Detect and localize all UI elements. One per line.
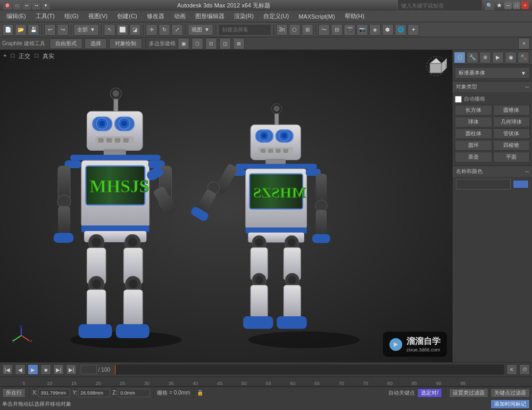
menu-render[interactable]: 渲染(R) [230, 11, 258, 21]
tb-icon3[interactable]: ↪ [32, 1, 40, 10]
tb-align[interactable]: ⊞ [302, 24, 313, 36]
obj-pyramid[interactable]: 四棱锥 [493, 140, 530, 151]
tb-render[interactable]: 🎬 [344, 24, 355, 36]
tb-open[interactable]: 📂 [15, 24, 27, 36]
menu-help[interactable]: 帮助(H) [340, 11, 369, 21]
rp-motion-icon[interactable]: ▶ [492, 52, 504, 63]
set-filter-btn[interactable]: 设置类过滤器 [449, 388, 488, 398]
btn-goto-start[interactable]: |◀ [2, 364, 13, 375]
menu-maxscript[interactable]: MAXScript(M) [294, 12, 339, 21]
tb-effects[interactable]: ✦ [408, 24, 419, 36]
tb-select[interactable]: ↖ [104, 24, 115, 36]
rp-create-icon[interactable]: ⬡ [454, 52, 466, 63]
rp-utilities-icon[interactable]: 🔨 [518, 52, 529, 63]
obj-cone[interactable]: 圆锥体 [493, 105, 530, 116]
tb-poly1[interactable]: ▣ [178, 38, 189, 50]
rp-modify-icon[interactable]: 🔧 [467, 52, 478, 63]
menu-edit[interactable]: 编辑(E) [2, 11, 30, 21]
obj-sphere[interactable]: 球体 [455, 117, 492, 127]
color-swatch[interactable] [513, 180, 529, 188]
search-btn[interactable]: 🔍 [485, 1, 494, 10]
tb-poly2[interactable]: ⬡ [192, 38, 203, 50]
menu-create[interactable]: 创建(C) [113, 11, 141, 21]
tab-freeform[interactable]: 选择 [85, 38, 107, 49]
obj-geosphere[interactable]: 几何球体 [493, 117, 530, 127]
view-dropdown[interactable]: 视图 ▼ [188, 24, 213, 36]
tb-icon4[interactable]: ▼ [41, 1, 50, 10]
tb-new[interactable]: 📄 [2, 24, 14, 36]
tab-select[interactable]: 对象绘制 [109, 38, 142, 49]
tb-select-region[interactable]: ⬜ [117, 24, 128, 36]
add-time-tag-btn[interactable]: 添加时间标记 [491, 399, 530, 409]
tb-material[interactable]: ◈ [369, 24, 381, 36]
tb-curve[interactable]: 〜 [318, 24, 330, 36]
select-btn[interactable]: 选定对/ [417, 388, 442, 398]
menu-animation[interactable]: 动画 [170, 11, 190, 21]
mode-btn[interactable]: 所在行 [2, 388, 26, 398]
tb-icon2[interactable]: ↩ [22, 1, 31, 10]
tb-icon1[interactable]: □ [13, 1, 21, 10]
tb-layer[interactable]: ⊟ [331, 24, 343, 36]
btn-next-frame[interactable]: ▶| [53, 364, 64, 375]
btn-key-mode[interactable]: K [506, 364, 517, 375]
object-type-dropdown[interactable]: 标准基本体 ▼ [455, 67, 530, 79]
obj-torus[interactable]: 圆环 [455, 140, 492, 151]
search-input[interactable] [397, 0, 483, 11]
tab-graphite[interactable]: 自由形式 [49, 38, 82, 49]
tb-scale[interactable]: ⤢ [171, 24, 183, 36]
tb-3d[interactable]: 3n [276, 24, 288, 36]
tb-render2[interactable]: 📷 [356, 24, 368, 36]
btn-stop[interactable]: ■ [40, 364, 51, 375]
tb-undo[interactable]: ↩ [44, 24, 56, 36]
tb-redo[interactable]: ↪ [57, 24, 69, 36]
obj-cylinder[interactable]: 圆柱体 [455, 128, 492, 139]
autogrid-checkbox[interactable] [455, 96, 462, 103]
btn-prev-frame[interactable]: ◀ [15, 364, 26, 375]
object-name-input[interactable] [456, 179, 511, 190]
menu-group[interactable]: 组(G) [60, 11, 83, 21]
tb-mirror[interactable]: ⬡ [289, 24, 301, 36]
navcube[interactable] [426, 55, 447, 77]
btn-time-cfg[interactable]: ⏱ [519, 364, 530, 375]
obj-tube[interactable]: 管状体 [493, 128, 530, 139]
btn-goto-end[interactable]: ▶| [66, 364, 77, 375]
frame-input[interactable]: 0 [81, 365, 97, 374]
rp-name-color-header[interactable]: 名称和颜色 ─ [453, 166, 532, 177]
viewport-plus[interactable]: + [3, 52, 6, 60]
key-filter-btn[interactable]: 关键点过滤器 [491, 388, 530, 398]
tb-poly5[interactable]: ⊠ [233, 38, 245, 50]
menu-customize[interactable]: 自定义(U) [259, 11, 293, 21]
rp-object-type-header[interactable]: 对象类型 ─ [453, 81, 532, 92]
tb-move[interactable]: ✛ [146, 24, 157, 36]
obj-box[interactable]: 长方体 [455, 105, 492, 116]
maximize-btn[interactable]: □ [513, 2, 520, 9]
menu-modifier[interactable]: 修改器 [143, 11, 169, 21]
tb-save[interactable]: 💾 [28, 24, 39, 36]
tb-schematic[interactable]: ⬢ [382, 24, 394, 36]
viewport-view-mode[interactable]: 正交 [19, 52, 30, 60]
y-input[interactable] [78, 389, 110, 397]
z-input[interactable] [118, 389, 150, 397]
x-input[interactable] [38, 389, 70, 397]
viewport-shade-mode[interactable]: 真实 [43, 52, 54, 60]
viewport[interactable]: + □ 正交 □ 真实 [0, 50, 452, 362]
close-btn[interactable]: × [521, 2, 529, 9]
menu-tools[interactable]: 工具(T) [31, 11, 59, 21]
tb-window-cross[interactable]: ◪ [129, 24, 141, 36]
tb-poly3[interactable]: ⊡ [205, 38, 217, 50]
rp-display-icon[interactable]: ◉ [505, 52, 517, 63]
menu-view[interactable]: 视图(V) [84, 11, 112, 21]
tb-environment[interactable]: 🌐 [395, 24, 406, 36]
obj-plane[interactable]: 平面 [493, 152, 530, 162]
tb-rotate[interactable]: ↻ [159, 24, 170, 36]
obj-teapot[interactable]: 茶壶 [455, 152, 492, 162]
select-filter-dropdown[interactable]: 全部 ▼ [73, 24, 99, 36]
rp-hierarchy-icon[interactable]: ⊕ [479, 52, 491, 63]
menu-graph-editor[interactable]: 图形编辑器 [191, 11, 229, 21]
minimize-btn[interactable]: ─ [504, 2, 512, 9]
btn-play[interactable]: ▶ [28, 364, 38, 375]
tb-close-graphite[interactable]: × [518, 38, 530, 50]
tb-poly4[interactable]: ◫ [219, 38, 231, 50]
named-selection-input[interactable] [218, 24, 271, 36]
timeline-track[interactable] [114, 364, 504, 375]
